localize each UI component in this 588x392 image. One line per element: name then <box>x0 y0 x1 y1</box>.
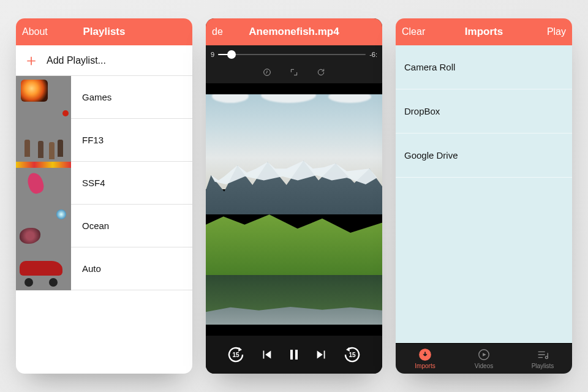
nav-right-play[interactable]: Play <box>541 26 566 37</box>
nav-left-clear[interactable]: Clear <box>402 26 426 37</box>
skip-back-15-button[interactable]: 15 <box>225 344 246 365</box>
tab-label: Videos <box>475 363 493 369</box>
skip-back-amount: 15 <box>225 344 246 365</box>
add-playlist-label: Add Playlist... <box>47 55 106 66</box>
import-source-camera-roll[interactable]: Camera Roll <box>396 45 572 89</box>
playlist-row-games[interactable]: Games <box>16 76 192 119</box>
import-source-google-drive[interactable]: Google Drive <box>396 134 572 178</box>
thumb-ff13 <box>16 119 71 162</box>
download-icon <box>418 348 432 361</box>
thumb-ocean <box>16 205 71 247</box>
playlist-label: FF13 <box>71 135 104 145</box>
video-still-landscape <box>206 83 382 336</box>
playlists-list: ＋ Add Playlist... Games FF13 SSF4 Ocean … <box>16 45 192 374</box>
navbar-imports: Clear Imports Play <box>396 18 572 45</box>
import-source-label: DropBox <box>404 106 440 116</box>
time-bar: 9 -6: <box>206 45 382 64</box>
nav-left-truncated[interactable]: de <box>212 26 236 37</box>
screen-playlists: About Playlists ＋ Add Playlist... Games … <box>16 18 192 374</box>
pause-button[interactable] <box>287 347 301 362</box>
import-sources-list: Camera Roll DropBox Google Drive <box>396 45 572 343</box>
navbar-playlists: About Playlists <box>16 18 192 45</box>
tab-label: Playlists <box>532 363 554 369</box>
skip-fwd-amount: 15 <box>342 344 363 365</box>
screen-player: de Anemonefish.mp4 9 -6: <box>206 18 382 374</box>
playlist-row-ocean[interactable]: Ocean <box>16 205 192 247</box>
playlist-label: Games <box>71 92 111 102</box>
playlist-icon <box>536 348 549 361</box>
screen-imports: Clear Imports Play Camera Roll DropBox G… <box>396 18 572 374</box>
skip-fwd-15-button[interactable]: 15 <box>342 344 363 365</box>
thumb-ssf4 <box>16 162 71 205</box>
playlist-label: Ocean <box>71 221 109 231</box>
tab-label: Imports <box>415 363 435 369</box>
import-source-dropbox[interactable]: DropBox <box>396 89 572 134</box>
play-circle-icon <box>477 348 491 361</box>
thumb-auto <box>16 247 71 290</box>
playlist-row-auto[interactable]: Auto <box>16 247 192 290</box>
add-playlist-row[interactable]: ＋ Add Playlist... <box>16 45 192 76</box>
navbar-player: de Anemonefish.mp4 <box>206 18 382 45</box>
playlist-label: Auto <box>71 263 101 274</box>
next-track-button[interactable] <box>315 348 328 361</box>
playlist-row-ssf4[interactable]: SSF4 <box>16 162 192 205</box>
nav-title-playlists: Playlists <box>83 26 126 38</box>
video-frame[interactable] <box>206 83 382 336</box>
loop-icon[interactable] <box>262 67 272 80</box>
tab-imports[interactable]: Imports <box>396 344 454 374</box>
fullscreen-icon[interactable] <box>289 67 299 80</box>
nav-title-imports: Imports <box>465 26 503 38</box>
secondary-controls <box>206 64 382 83</box>
tab-videos[interactable]: Videos <box>454 344 513 374</box>
nav-title-filename: Anemonefish.mp4 <box>249 26 339 38</box>
plus-icon: ＋ <box>16 50 47 71</box>
playlist-row-ff13[interactable]: FF13 <box>16 119 192 162</box>
tab-bar: Imports Videos Playlists <box>396 343 572 374</box>
svg-rect-1 <box>290 350 293 360</box>
playback-bar: 15 15 <box>206 336 382 374</box>
playlist-label: SSF4 <box>71 178 105 188</box>
import-source-label: Camera Roll <box>404 62 455 72</box>
nav-left-about[interactable]: About <box>22 26 48 37</box>
import-source-label: Google Drive <box>404 150 458 160</box>
time-elapsed: 9 <box>211 51 214 58</box>
seek-knob[interactable] <box>227 50 236 59</box>
rotate-icon[interactable] <box>316 67 326 80</box>
thumb-games <box>16 76 71 119</box>
seek-slider[interactable] <box>218 54 366 55</box>
prev-track-button[interactable] <box>260 348 273 361</box>
time-remaining: -6: <box>369 51 377 58</box>
svg-rect-2 <box>295 350 298 360</box>
tab-playlists[interactable]: Playlists <box>513 344 572 374</box>
